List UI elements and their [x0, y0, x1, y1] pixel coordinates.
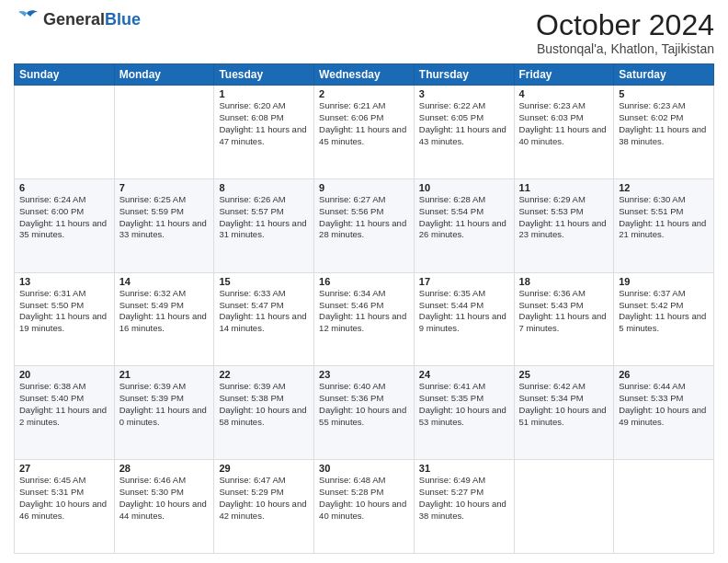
day-number: 1 [219, 88, 309, 99]
cell-info: Sunrise: 6:30 AM Sunset: 5:51 PM Dayligh… [619, 194, 709, 241]
calendar-cell: 21Sunrise: 6:39 AM Sunset: 5:39 PM Dayli… [114, 366, 214, 460]
logo-general: General [43, 10, 105, 29]
calendar-cell: 29Sunrise: 6:47 AM Sunset: 5:29 PM Dayli… [214, 460, 314, 554]
cell-info: Sunrise: 6:39 AM Sunset: 5:39 PM Dayligh… [119, 381, 210, 428]
cell-info: Sunrise: 6:23 AM Sunset: 6:02 PM Dayligh… [619, 100, 709, 147]
day-number: 9 [319, 182, 409, 193]
day-number: 10 [419, 182, 509, 193]
location: Bustonqal'a, Khatlon, Tajikistan [536, 41, 714, 56]
calendar-cell: 6Sunrise: 6:24 AM Sunset: 6:00 PM Daylig… [15, 178, 115, 272]
day-number: 7 [119, 182, 210, 193]
cell-info: Sunrise: 6:40 AM Sunset: 5:36 PM Dayligh… [319, 381, 409, 428]
day-number: 2 [319, 88, 409, 99]
cell-info: Sunrise: 6:46 AM Sunset: 5:30 PM Dayligh… [119, 475, 210, 522]
calendar-cell [114, 86, 214, 179]
calendar-cell: 30Sunrise: 6:48 AM Sunset: 5:28 PM Dayli… [314, 460, 415, 554]
logo: GeneralBlue [14, 9, 141, 29]
day-number: 20 [19, 369, 109, 380]
cell-info: Sunrise: 6:21 AM Sunset: 6:06 PM Dayligh… [319, 100, 409, 147]
cell-info: Sunrise: 6:44 AM Sunset: 5:33 PM Dayligh… [619, 381, 709, 428]
cell-info: Sunrise: 6:35 AM Sunset: 5:44 PM Dayligh… [419, 288, 509, 335]
day-number: 4 [519, 88, 609, 99]
day-number: 26 [619, 369, 709, 380]
day-number: 28 [119, 463, 210, 474]
weekday-header: Tuesday [214, 64, 314, 86]
calendar-cell: 2Sunrise: 6:21 AM Sunset: 6:06 PM Daylig… [314, 86, 415, 179]
cell-info: Sunrise: 6:45 AM Sunset: 5:31 PM Dayligh… [19, 475, 109, 522]
calendar-cell [614, 460, 714, 554]
logo-text: GeneralBlue [43, 10, 141, 29]
cell-info: Sunrise: 6:41 AM Sunset: 5:35 PM Dayligh… [419, 381, 509, 428]
calendar-cell [514, 460, 614, 554]
cell-info: Sunrise: 6:27 AM Sunset: 5:56 PM Dayligh… [319, 194, 409, 241]
cell-info: Sunrise: 6:31 AM Sunset: 5:50 PM Dayligh… [19, 288, 109, 335]
day-number: 29 [219, 463, 309, 474]
calendar-cell: 28Sunrise: 6:46 AM Sunset: 5:30 PM Dayli… [114, 460, 214, 554]
day-number: 8 [219, 182, 309, 193]
day-number: 30 [319, 463, 409, 474]
cell-info: Sunrise: 6:25 AM Sunset: 5:59 PM Dayligh… [119, 194, 210, 241]
month-title: October 2024 [536, 9, 714, 41]
day-number: 24 [419, 369, 509, 380]
header: GeneralBlue October 2024 Bustonqal'a, Kh… [14, 9, 714, 56]
day-number: 6 [19, 182, 109, 193]
day-number: 3 [419, 88, 509, 99]
calendar-cell: 22Sunrise: 6:39 AM Sunset: 5:38 PM Dayli… [214, 366, 314, 460]
cell-info: Sunrise: 6:23 AM Sunset: 6:03 PM Dayligh… [519, 100, 609, 147]
calendar-cell: 25Sunrise: 6:42 AM Sunset: 5:34 PM Dayli… [514, 366, 614, 460]
cell-info: Sunrise: 6:34 AM Sunset: 5:46 PM Dayligh… [319, 288, 409, 335]
calendar-cell: 18Sunrise: 6:36 AM Sunset: 5:43 PM Dayli… [514, 272, 614, 366]
cell-info: Sunrise: 6:24 AM Sunset: 6:00 PM Dayligh… [19, 194, 109, 241]
day-number: 13 [19, 276, 109, 287]
cell-info: Sunrise: 6:48 AM Sunset: 5:28 PM Dayligh… [319, 475, 409, 522]
cell-info: Sunrise: 6:32 AM Sunset: 5:49 PM Dayligh… [119, 288, 210, 335]
day-number: 16 [319, 276, 409, 287]
logo-blue: Blue [105, 10, 141, 29]
calendar-cell: 27Sunrise: 6:45 AM Sunset: 5:31 PM Dayli… [15, 460, 115, 554]
calendar-cell: 4Sunrise: 6:23 AM Sunset: 6:03 PM Daylig… [514, 86, 614, 179]
calendar-cell: 31Sunrise: 6:49 AM Sunset: 5:27 PM Dayli… [414, 460, 514, 554]
cell-info: Sunrise: 6:38 AM Sunset: 5:40 PM Dayligh… [19, 381, 109, 428]
cell-info: Sunrise: 6:42 AM Sunset: 5:34 PM Dayligh… [519, 381, 609, 428]
calendar-cell: 19Sunrise: 6:37 AM Sunset: 5:42 PM Dayli… [614, 272, 714, 366]
weekday-header: Wednesday [314, 64, 415, 86]
page: GeneralBlue October 2024 Bustonqal'a, Kh… [0, 0, 728, 563]
day-number: 31 [419, 463, 509, 474]
day-number: 14 [119, 276, 210, 287]
day-number: 23 [319, 369, 409, 380]
day-number: 11 [519, 182, 609, 193]
cell-info: Sunrise: 6:29 AM Sunset: 5:53 PM Dayligh… [519, 194, 609, 241]
day-number: 21 [119, 369, 210, 380]
calendar-cell: 5Sunrise: 6:23 AM Sunset: 6:02 PM Daylig… [614, 86, 714, 179]
weekday-header: Thursday [414, 64, 514, 86]
day-number: 18 [519, 276, 609, 287]
calendar-cell: 9Sunrise: 6:27 AM Sunset: 5:56 PM Daylig… [314, 178, 415, 272]
cell-info: Sunrise: 6:39 AM Sunset: 5:38 PM Dayligh… [219, 381, 309, 428]
day-number: 27 [19, 463, 109, 474]
day-number: 19 [619, 276, 709, 287]
calendar-cell: 20Sunrise: 6:38 AM Sunset: 5:40 PM Dayli… [15, 366, 115, 460]
calendar-cell: 7Sunrise: 6:25 AM Sunset: 5:59 PM Daylig… [114, 178, 214, 272]
calendar-cell: 13Sunrise: 6:31 AM Sunset: 5:50 PM Dayli… [15, 272, 115, 366]
calendar-cell: 10Sunrise: 6:28 AM Sunset: 5:54 PM Dayli… [414, 178, 514, 272]
calendar-cell: 1Sunrise: 6:20 AM Sunset: 6:08 PM Daylig… [214, 86, 314, 179]
cell-info: Sunrise: 6:47 AM Sunset: 5:29 PM Dayligh… [219, 475, 309, 522]
cell-info: Sunrise: 6:20 AM Sunset: 6:08 PM Dayligh… [219, 100, 309, 147]
calendar-cell: 16Sunrise: 6:34 AM Sunset: 5:46 PM Dayli… [314, 272, 415, 366]
header-right: October 2024 Bustonqal'a, Khatlon, Tajik… [536, 9, 714, 56]
day-number: 25 [519, 369, 609, 380]
cell-info: Sunrise: 6:36 AM Sunset: 5:43 PM Dayligh… [519, 288, 609, 335]
cell-info: Sunrise: 6:26 AM Sunset: 5:57 PM Dayligh… [219, 194, 309, 241]
cell-info: Sunrise: 6:28 AM Sunset: 5:54 PM Dayligh… [419, 194, 509, 241]
logo-bird-icon [14, 9, 40, 29]
calendar-cell: 17Sunrise: 6:35 AM Sunset: 5:44 PM Dayli… [414, 272, 514, 366]
calendar-cell: 14Sunrise: 6:32 AM Sunset: 5:49 PM Dayli… [114, 272, 214, 366]
calendar-cell: 15Sunrise: 6:33 AM Sunset: 5:47 PM Dayli… [214, 272, 314, 366]
calendar-cell: 23Sunrise: 6:40 AM Sunset: 5:36 PM Dayli… [314, 366, 415, 460]
weekday-header: Friday [514, 64, 614, 86]
cell-info: Sunrise: 6:33 AM Sunset: 5:47 PM Dayligh… [219, 288, 309, 335]
calendar-cell: 11Sunrise: 6:29 AM Sunset: 5:53 PM Dayli… [514, 178, 614, 272]
day-number: 22 [219, 369, 309, 380]
day-number: 17 [419, 276, 509, 287]
calendar-cell: 24Sunrise: 6:41 AM Sunset: 5:35 PM Dayli… [414, 366, 514, 460]
